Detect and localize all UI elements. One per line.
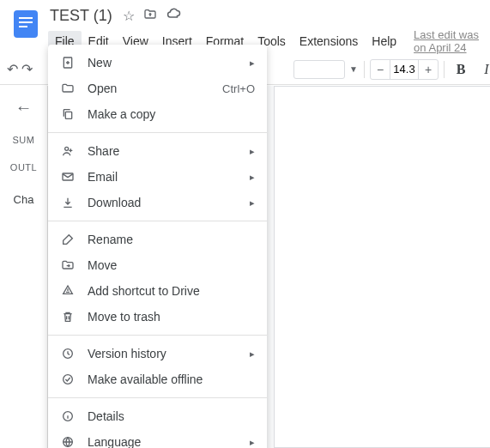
menu-item-download[interactable]: Download ▸ — [48, 190, 267, 215]
info-icon — [60, 409, 76, 423]
menu-label: Email — [88, 170, 238, 184]
menu-label: Move to trash — [88, 310, 255, 324]
menu-item-make-copy[interactable]: Make a copy — [48, 101, 267, 127]
document-page[interactable] — [274, 86, 490, 448]
cloud-status-icon[interactable] — [166, 7, 181, 26]
move-folder-icon[interactable] — [143, 8, 157, 25]
outline-heading: OUTL — [10, 162, 37, 173]
svg-rect-1 — [19, 17, 33, 19]
svg-rect-0 — [14, 10, 38, 38]
collapse-outline-button[interactable]: ← — [15, 98, 33, 118]
file-menu-dropdown: New ▸ Open Ctrl+O Make a copy Share ▸ Em… — [48, 45, 267, 448]
globe-icon — [60, 435, 76, 448]
divider — [48, 221, 267, 221]
docs-logo-icon[interactable] — [10, 9, 41, 39]
font-selector[interactable] — [293, 60, 345, 79]
menu-label: New — [88, 56, 238, 70]
menu-label: Download — [88, 196, 238, 209]
chevron-down-icon[interactable]: ▼ — [348, 58, 359, 81]
svg-rect-2 — [19, 21, 33, 23]
undo-button[interactable]: ↶ — [7, 58, 18, 81]
menu-item-rename[interactable]: Rename — [48, 227, 267, 252]
menu-help[interactable]: Help — [365, 31, 403, 51]
last-edit-link[interactable]: Last edit was on April 24 — [414, 28, 483, 54]
separator — [364, 61, 365, 78]
font-size-input[interactable] — [390, 60, 419, 79]
separator — [444, 61, 445, 78]
svg-rect-3 — [19, 26, 27, 27]
svg-point-6 — [65, 147, 69, 150]
divider — [48, 397, 267, 398]
menu-label: Open — [88, 82, 210, 95]
bold-button[interactable]: B — [450, 60, 472, 79]
svg-point-9 — [64, 375, 73, 384]
new-doc-icon — [60, 56, 76, 70]
menu-item-offline[interactable]: Make available offline — [48, 366, 267, 392]
document-title[interactable]: TEST (1) — [48, 5, 114, 27]
folder-open-icon — [60, 82, 76, 95]
menu-item-details[interactable]: Details — [48, 403, 267, 429]
submenu-arrow-icon: ▸ — [250, 437, 255, 448]
menu-item-share[interactable]: Share ▸ — [48, 138, 267, 164]
email-icon — [60, 170, 76, 184]
star-icon[interactable]: ☆ — [123, 8, 135, 24]
drive-shortcut-icon — [60, 284, 76, 298]
menu-item-add-shortcut[interactable]: Add shortcut to Drive — [48, 278, 267, 304]
history-icon — [60, 347, 76, 360]
increase-font-button[interactable]: + — [419, 60, 438, 79]
menu-item-new[interactable]: New ▸ — [48, 50, 267, 76]
menu-label: Add shortcut to Drive — [88, 284, 255, 298]
submenu-arrow-icon: ▸ — [250, 348, 255, 360]
download-icon — [60, 196, 76, 209]
menu-item-version-history[interactable]: Version history ▸ — [48, 341, 267, 366]
menu-extensions[interactable]: Extensions — [293, 31, 365, 51]
shortcut-text: Ctrl+O — [222, 82, 255, 95]
submenu-arrow-icon: ▸ — [250, 146, 255, 157]
outline-item[interactable]: Cha — [10, 190, 38, 209]
submenu-arrow-icon: ▸ — [250, 172, 255, 183]
move-icon — [60, 258, 76, 272]
rename-icon — [60, 233, 76, 246]
svg-rect-5 — [65, 112, 71, 118]
submenu-arrow-icon: ▸ — [250, 197, 255, 209]
decrease-font-button[interactable]: − — [371, 60, 390, 79]
menu-label: Version history — [88, 347, 238, 360]
divider — [48, 335, 267, 336]
menu-label: Move — [88, 258, 255, 272]
menu-label: Details — [88, 409, 255, 423]
menu-label: Language — [88, 435, 238, 448]
menu-label: Make available offline — [88, 372, 255, 386]
menu-item-language[interactable]: Language ▸ — [48, 429, 267, 448]
divider — [48, 132, 267, 133]
menu-item-trash[interactable]: Move to trash — [48, 304, 267, 330]
copy-icon — [60, 107, 76, 121]
menu-label: Rename — [88, 233, 255, 246]
menu-item-move[interactable]: Move — [48, 252, 267, 278]
menu-label: Make a copy — [88, 107, 255, 121]
offline-icon — [60, 372, 76, 386]
menu-item-open[interactable]: Open Ctrl+O — [48, 76, 267, 101]
menu-item-email[interactable]: Email ▸ — [48, 164, 267, 190]
submenu-arrow-icon: ▸ — [250, 58, 255, 69]
share-icon — [60, 144, 76, 158]
summary-heading: SUM — [13, 135, 35, 145]
menu-label: Share — [88, 144, 238, 158]
italic-button[interactable]: I — [475, 60, 490, 79]
redo-button[interactable]: ↷ — [21, 58, 33, 81]
trash-icon — [60, 310, 76, 324]
